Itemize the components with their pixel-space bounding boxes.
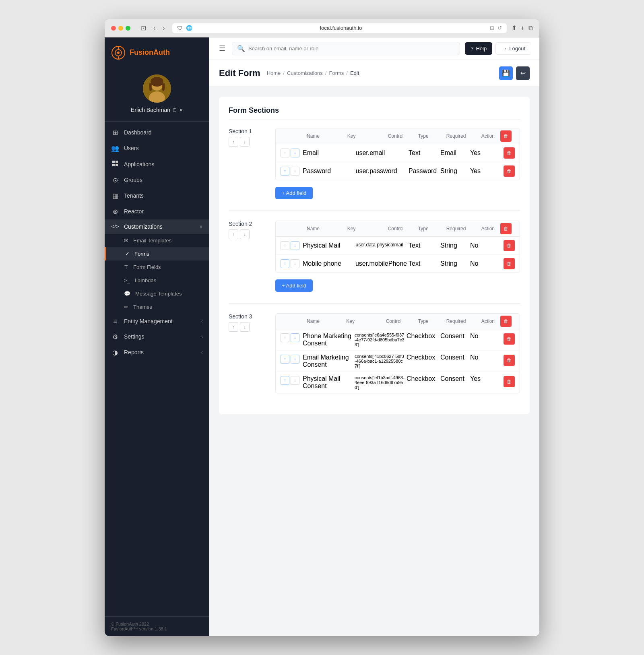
new-tab-icon[interactable]: +	[521, 24, 524, 32]
field-3-down-button[interactable]: ↓	[291, 241, 299, 250]
sidebar-item-label-dashboard: Dashboard	[124, 129, 203, 136]
field-1-up-button[interactable]: ↑	[281, 149, 289, 157]
field-6-type: Consent	[440, 354, 469, 361]
breadcrumb-home[interactable]: Home	[267, 70, 281, 76]
sidebar-item-form-fields[interactable]: ⊤ Form Fields	[105, 260, 209, 274]
field-2-delete-button[interactable]: 🗑	[504, 165, 515, 177]
user-card-icon[interactable]: ⊡	[173, 107, 177, 113]
field-2-name: Password	[303, 167, 354, 175]
search-input[interactable]	[248, 45, 455, 52]
sidebar-item-dashboard[interactable]: ⊞ Dashboard	[105, 125, 209, 141]
field-2-up-button[interactable]: ↑	[281, 167, 289, 176]
field-1-delete-button[interactable]: 🗑	[504, 147, 515, 159]
field-2-type: String	[440, 167, 469, 175]
browser-forward-button[interactable]: ›	[160, 23, 167, 33]
breadcrumb-forms[interactable]: Forms	[329, 70, 344, 76]
help-button[interactable]: ? Help	[465, 42, 492, 55]
field-3-order-buttons: ↑ ↓	[281, 241, 299, 250]
field-7-type: Consent	[440, 375, 469, 382]
address-bar: 🛡 🌐 local.fusionauth.io ⊡ ↺	[172, 23, 507, 33]
field-7-up-button[interactable]: ↑	[281, 376, 289, 385]
topbar: ☰ 🔍 ? Help → Logout	[209, 37, 539, 60]
col-header-type-3: Type	[416, 317, 444, 326]
sidebar-item-lambdas[interactable]: >_ Lambdas	[105, 274, 209, 287]
field-6-order-buttons: ↑ ↓	[281, 355, 299, 364]
section-3-down-button[interactable]: ↓	[240, 322, 250, 332]
col-header-order-1	[282, 132, 304, 141]
field-6-data: Email Marketing Consent consents['41bc06…	[303, 354, 500, 368]
section-3-label-area: Section 3 ↑ ↓	[229, 313, 269, 332]
field-3-up-button[interactable]: ↑	[281, 241, 289, 250]
share-icon[interactable]: ⬆	[512, 24, 517, 32]
sidebar-item-email-templates[interactable]: ✉ Email Templates	[105, 234, 209, 247]
section-2-table-wrapper: Name Key Control Type Required Action	[275, 221, 520, 273]
refresh-icon[interactable]: ↺	[497, 25, 502, 31]
browser-back-button[interactable]: ‹	[151, 23, 158, 33]
field-6-down-button[interactable]: ↓	[291, 355, 299, 364]
field-5-key: consents['e6a4e555-f037-4e77-92fd-d805bd…	[355, 333, 405, 347]
section-3-up-button[interactable]: ↑	[229, 322, 238, 332]
field-6-delete-button[interactable]: 🗑	[504, 355, 515, 366]
section-1-down-button[interactable]: ↓	[240, 137, 250, 147]
section-2-table-header: Name Key Control Type Required Action	[276, 221, 520, 237]
sidebar-item-forms[interactable]: ✓ Forms	[105, 247, 209, 260]
section-1-up-button[interactable]: ↑	[229, 137, 238, 147]
sidebar-item-customizations[interactable]: </> Customizations ∨	[105, 219, 209, 234]
sidebar-item-themes[interactable]: ✏ Themes	[105, 300, 209, 314]
field-7-delete-button[interactable]: 🗑	[504, 376, 515, 387]
field-5-up-button[interactable]: ↑	[281, 333, 289, 342]
section-2-down-button[interactable]: ↓	[240, 229, 250, 239]
help-icon: ?	[471, 45, 473, 52]
col-header-name-3: Name	[304, 317, 344, 326]
sidebar-item-settings[interactable]: ⚙ Settings ‹	[105, 329, 209, 345]
field-3-type: String	[440, 242, 469, 249]
field-1-required: Yes	[470, 149, 500, 157]
section-2-add-field-button[interactable]: + Add field	[275, 279, 313, 292]
field-7-down-button[interactable]: ↓	[291, 376, 299, 385]
minimize-button[interactable]	[118, 26, 123, 31]
section-3-order-buttons: ↑ ↓	[229, 322, 269, 332]
field-4-delete-button[interactable]: 🗑	[504, 258, 515, 269]
browser-sidebar-toggle[interactable]: ⊡	[138, 23, 149, 33]
url-display[interactable]: local.fusionauth.io	[196, 25, 487, 31]
sidebar-item-tenants[interactable]: ▦ Tenants	[105, 188, 209, 204]
field-4-down-button[interactable]: ↓	[291, 259, 299, 268]
field-1-down-button[interactable]: ↓	[291, 149, 299, 157]
maximize-button[interactable]	[126, 26, 130, 31]
field-3-delete-button[interactable]: 🗑	[504, 240, 515, 251]
field-2-down-button[interactable]: ↓	[291, 167, 299, 176]
field-6-up-button[interactable]: ↑	[281, 355, 289, 364]
sidebar-toggle-button[interactable]: ☰	[217, 42, 227, 54]
sidebar-item-users[interactable]: 👥 Users	[105, 141, 209, 156]
sidebar-item-entity-management[interactable]: ≡ Entity Management ‹	[105, 314, 209, 329]
field-4-order-buttons: ↑ ↓	[281, 259, 299, 268]
sidebar-item-message-templates[interactable]: 💬 Message Templates	[105, 287, 209, 300]
sidebar-item-groups[interactable]: ⊙ Groups	[105, 172, 209, 188]
back-arrow-icon: ↩	[520, 69, 526, 77]
user-location-icon[interactable]: ➤	[179, 107, 183, 113]
field-4-required: No	[470, 260, 500, 267]
section-1-delete-button[interactable]: 🗑	[500, 130, 512, 142]
sidebar-item-reports[interactable]: ◑ Reports ‹	[105, 345, 209, 360]
add-field-label-2: + Add field	[282, 283, 306, 289]
windows-icon[interactable]: ⧉	[528, 24, 533, 32]
breadcrumb-customizations[interactable]: Customizations	[287, 70, 323, 76]
sidebar-item-reactor[interactable]: ⊛ Reactor	[105, 204, 209, 219]
section-2-delete-button[interactable]: 🗑	[500, 223, 512, 234]
sidebar-item-label-customizations: Customizations	[124, 223, 194, 230]
section-3-block: Section 3 ↑ ↓	[229, 313, 520, 393]
section-3-delete-button[interactable]: 🗑	[500, 316, 512, 327]
section-2-up-button[interactable]: ↑	[229, 229, 238, 239]
groups-icon: ⊙	[111, 176, 119, 184]
sidebar-item-label-message-templates: Message Templates	[135, 291, 182, 297]
table-row: ↑ ↓ Phone Marketing Consent consents['e6…	[276, 329, 520, 351]
field-5-down-button[interactable]: ↓	[291, 333, 299, 342]
field-4-up-button[interactable]: ↑	[281, 259, 289, 268]
logout-button[interactable]: → Logout	[495, 42, 531, 55]
save-button[interactable]: 💾	[499, 66, 513, 80]
sidebar-item-applications[interactable]: Applications	[105, 156, 209, 172]
close-button[interactable]	[111, 26, 116, 31]
back-button[interactable]: ↩	[516, 66, 530, 80]
field-5-delete-button[interactable]: 🗑	[504, 333, 515, 345]
section-1-add-field-button[interactable]: + Add field	[275, 187, 313, 199]
